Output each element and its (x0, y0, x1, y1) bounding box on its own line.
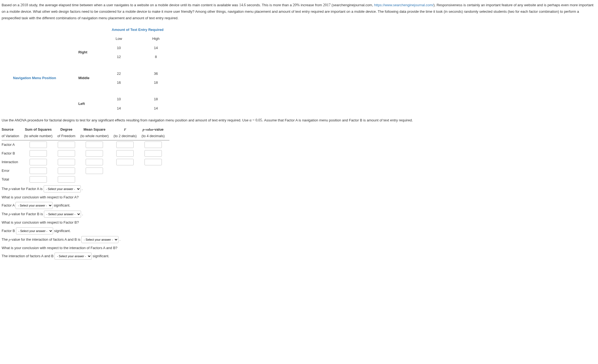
anova-table: Sourceof Variation Sum of Squares(to who… (2, 125, 169, 184)
input-factor-b-f[interactable] (116, 150, 134, 157)
input-error-ss[interactable] (30, 167, 47, 174)
question-conclusion-a: What is your conclusion with respect to … (2, 194, 596, 200)
text: Based on a (2, 3, 20, 7)
question-conclusion-interaction: What is your conclusion with respect to … (2, 245, 596, 251)
data-table: Amount of Text Entry Required Low High R… (2, 25, 175, 113)
header-f: F(to 2 decimals) (114, 125, 142, 140)
input-total-ss[interactable] (30, 176, 47, 183)
question-factor-a-significant: Factor A - Select your answer - signific… (2, 202, 596, 209)
percent-value: 20% (293, 3, 300, 7)
cell: 18 (137, 78, 174, 87)
source-link[interactable]: https://www.searchenginejournal.com/ (374, 3, 433, 7)
alpha-value: α = 0.05 (249, 118, 262, 122)
cell: 14 (101, 104, 137, 112)
header-ss: Sum of Squares(to whole number) (24, 125, 57, 140)
text: increase from (300, 3, 323, 7)
row-factor-a: Factor A (2, 140, 24, 149)
header-pvalue: p-value-value(to 4 decimals) (142, 125, 169, 140)
cell: 18 (137, 95, 174, 103)
input-error-df[interactable] (58, 167, 75, 174)
question-pvalue-factor-a: The p-value for Factor A is - Select you… (2, 185, 596, 192)
input-factor-a-ss[interactable] (30, 141, 47, 148)
text: study, the average elapsed time between … (28, 3, 239, 7)
cell: 22 (101, 69, 137, 78)
input-total-df[interactable] (58, 176, 75, 183)
row-interaction: Interaction (2, 158, 24, 166)
cell: 8 (137, 53, 174, 61)
text: seconds. This is more than a (246, 3, 293, 7)
header-source: Sourceof Variation (2, 125, 24, 140)
row-group-header: Navigation Menu Position (2, 69, 67, 87)
question-factor-b-significant: Factor B - Select your answer - signific… (2, 227, 596, 234)
input-interaction-f[interactable] (116, 159, 134, 165)
text: Use the ANOVA procedure for factorial de… (2, 118, 249, 122)
select-interaction-significant[interactable]: - Select your answer - (54, 253, 92, 260)
col-low: Low (101, 34, 137, 43)
intro-paragraph: Based on a 2018 study, the average elaps… (2, 2, 596, 21)
input-interaction-ss[interactable] (30, 159, 47, 165)
cell: 10 (101, 44, 137, 52)
col-high: High (137, 34, 174, 43)
input-factor-a-p[interactable] (144, 141, 162, 148)
input-factor-b-ss[interactable] (30, 150, 47, 157)
row-factor-b: Factor B (2, 149, 24, 158)
row-right: Right (67, 44, 100, 61)
header-df: Degreeof Freedom (57, 125, 80, 140)
input-error-ms[interactable] (86, 167, 103, 174)
cell: 10 (101, 95, 137, 103)
cell: 36 (137, 69, 174, 78)
year-2017: 2017 (323, 3, 331, 7)
year-2018: 2018 (20, 3, 28, 7)
question-conclusion-b: What is your conclusion with respect to … (2, 219, 596, 226)
header-ms: Mean Square(to whole number) (80, 125, 114, 140)
input-factor-b-p[interactable] (144, 150, 162, 157)
row-total: Total (2, 175, 24, 184)
input-interaction-p[interactable] (144, 159, 162, 165)
column-group-header: Amount of Text Entry Required (101, 25, 174, 34)
input-factor-a-df[interactable] (58, 141, 75, 148)
input-interaction-ms[interactable] (86, 159, 103, 165)
select-pvalue-factor-b[interactable]: - Select your answer - (44, 211, 81, 218)
text: (searchenginejournal.com, (331, 3, 374, 7)
text: . Assume that Factor A is navigation men… (262, 118, 413, 122)
question-pvalue-interaction: The p-value for the interaction of facto… (2, 236, 596, 243)
row-error: Error (2, 166, 24, 175)
question-pvalue-factor-b: The p-value for Factor B is - Select you… (2, 211, 596, 218)
row-middle: Middle (67, 69, 100, 87)
input-factor-b-ms[interactable] (86, 150, 103, 157)
select-factor-b-significant[interactable]: - Select your answer - (16, 227, 53, 234)
select-pvalue-factor-a[interactable]: - Select your answer - (44, 185, 81, 192)
seconds-value: 14.6 (239, 3, 246, 7)
question-interaction-significant: The interaction of factors A and B - Sel… (2, 253, 596, 260)
cell: 14 (137, 44, 174, 52)
row-left: Left (67, 95, 100, 112)
select-factor-a-significant[interactable]: - Select your answer - (15, 202, 53, 209)
anova-instructions: Use the ANOVA procedure for factorial de… (2, 117, 596, 124)
input-factor-a-f[interactable] (116, 141, 134, 148)
input-factor-a-ms[interactable] (86, 141, 103, 148)
select-pvalue-interaction[interactable]: - Select your answer - (81, 236, 118, 243)
input-factor-b-df[interactable] (58, 150, 75, 157)
input-interaction-df[interactable] (58, 159, 75, 165)
cell: 12 (101, 53, 137, 61)
cell: 16 (101, 78, 137, 87)
cell: 14 (137, 104, 174, 112)
